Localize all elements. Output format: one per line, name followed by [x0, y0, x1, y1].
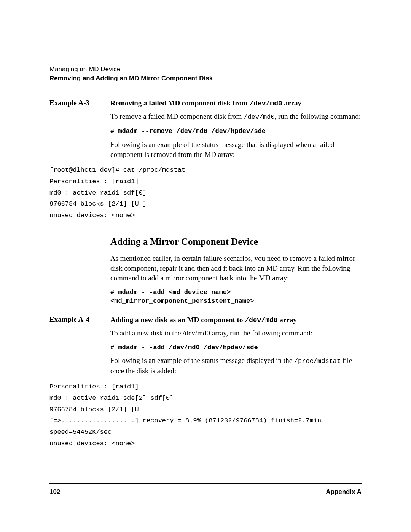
example-a4-title-pre: Adding a new disk as an MD component to — [110, 316, 245, 324]
example-a4-title-post: array — [278, 316, 297, 324]
page-number: 102 — [49, 488, 60, 496]
code-block-1: [root@dlhct1 dev]# cat /proc/mdstat Pers… — [49, 165, 362, 221]
example-a3-label: Example A-3 — [49, 98, 110, 159]
example-a4-title-mono: /dev/md0 — [245, 316, 277, 324]
example-a4-p2-pre: Following is an example of the status me… — [110, 356, 294, 364]
page: Managing an MD Device Removing and Addin… — [0, 0, 411, 532]
example-a4-p2: Following is an example of the status me… — [110, 356, 362, 376]
example-a3-title-post: array — [282, 99, 301, 107]
appendix-label: Appendix A — [326, 488, 362, 496]
example-a3-p1-pre: To remove a failed MD component disk fro… — [110, 112, 244, 120]
example-a4-p1: To add a new disk to the /dev/md0 array,… — [110, 328, 362, 338]
adding-command: # mdadm - -add <md device name> <md_mirr… — [110, 288, 362, 306]
example-a3-title-pre: Removing a failed MD component disk from — [110, 99, 249, 107]
example-a3-command: # mdadm --remove /dev/md0 /dev/hpdev/sde — [110, 127, 362, 136]
footer-rule — [49, 483, 362, 484]
example-a3-p1-mono: /dev/md0 — [244, 113, 275, 121]
page-footer: 102 Appendix A — [49, 483, 362, 496]
adding-intro-paragraph: As mentioned earlier, in certain failure… — [110, 254, 362, 283]
example-a3-title-mono: /dev/md0 — [249, 100, 282, 107]
running-header-bold: Removing and Adding an MD Mirror Compone… — [49, 75, 362, 82]
example-a3-title: Removing a failed MD component disk from… — [110, 99, 301, 107]
example-a3-p2: Following is an example of the status me… — [110, 140, 362, 159]
section-heading-adding: Adding a Mirror Component Device — [110, 235, 362, 248]
example-a4-p2-mono: /proc/mdstat — [294, 358, 341, 365]
example-a4-command: # mdadm - -add /dev/md0 /dev/hpdev/sde — [110, 343, 362, 352]
example-a3-p1-post: , run the following command: — [275, 112, 361, 120]
running-header-light: Managing an MD Device — [49, 65, 362, 74]
code-block-2: Personalities : [raid1] md0 : active rai… — [49, 381, 362, 449]
example-a4-title: Adding a new disk as an MD component to … — [110, 316, 297, 324]
example-a4-label: Example A-4 — [49, 315, 110, 376]
example-a3-p1: To remove a failed MD component disk fro… — [110, 112, 362, 122]
